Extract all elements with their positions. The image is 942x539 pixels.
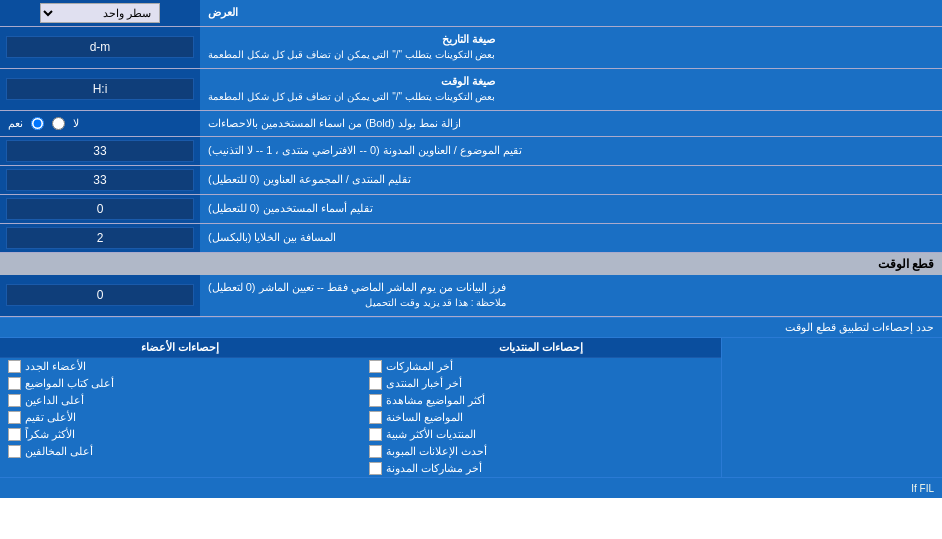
checkbox-icon[interactable] (8, 445, 21, 458)
time-format-label: صيغة الوقت بعض التكوينات يتطلب "/" التي … (200, 69, 942, 110)
stats-item: المواضيع الساخنة (361, 409, 722, 426)
header-label: العرض (200, 0, 942, 26)
users-trim-input-cell (0, 195, 200, 223)
stats-item: المنتديات الأكثر شبية (361, 426, 722, 443)
checkbox-icon[interactable] (369, 411, 382, 424)
checkbox-icon[interactable] (8, 360, 21, 373)
checkbox-icon[interactable] (369, 462, 382, 475)
stats-item: الأكثر شكراً (0, 426, 361, 443)
stats-limit-row: حدد إحصاءات لتطبيق قطع الوقت (0, 317, 942, 337)
topic-sort-label: تقيم الموضوع / العناوين المدونة (0 -- ال… (200, 137, 942, 165)
bold-remove-label: ازالة نمط بولد (Bold) من اسماء المستخدمي… (200, 111, 942, 136)
display-dropdown[interactable]: سطر واحد سطران ثلاثة أسطر (40, 3, 160, 23)
date-format-input-cell (0, 27, 200, 68)
checkbox-icon[interactable] (369, 360, 382, 373)
users-trim-input[interactable] (6, 198, 194, 220)
checkbox-icon[interactable] (369, 428, 382, 441)
stats-item: أعلى كتاب المواضيع (0, 375, 361, 392)
time-format-input[interactable] (6, 78, 194, 100)
header-dropdown-cell: سطر واحد سطران ثلاثة أسطر (0, 0, 200, 26)
bold-remove-no[interactable] (52, 117, 65, 130)
stats-item: الأعلى تقيم (0, 409, 361, 426)
cell-spacing-input[interactable] (6, 227, 194, 249)
if-fil-text: If FIL (911, 483, 934, 494)
stats-item: أخر مشاركات المدونة (361, 460, 722, 477)
users-trim-label: تقليم أسماء المستخدمين (0 للتعطيل) (200, 195, 942, 223)
stats-col1-header: إحصاءات المنتديات (361, 338, 722, 358)
stats-item: أعلى الداعين (0, 392, 361, 409)
bold-remove-yes[interactable] (31, 117, 44, 130)
cell-spacing-label: المسافة بين الخلايا (بالبكسل) (200, 224, 942, 252)
stats-item: أكثر المواضيع مشاهدة (361, 392, 722, 409)
checkbox-icon[interactable] (8, 411, 21, 424)
checkbox-icon[interactable] (369, 377, 382, 390)
checkbox-icon[interactable] (8, 428, 21, 441)
topic-sort-input-cell (0, 137, 200, 165)
forum-sort-label: تقليم المنتدى / المجموعة العناوين (0 للت… (200, 166, 942, 194)
topic-sort-input[interactable] (6, 140, 194, 162)
checkbox-icon[interactable] (369, 445, 382, 458)
checkbox-icon[interactable] (8, 377, 21, 390)
stats-item: أخر المشاركات (361, 358, 722, 375)
date-format-input[interactable] (6, 36, 194, 58)
cell-spacing-input-cell (0, 224, 200, 252)
bold-remove-options: لا نعم (0, 111, 200, 136)
forum-sort-input-cell (0, 166, 200, 194)
time-cut-section-header: قطع الوقت (0, 253, 942, 275)
stats-col2-header: إحصاءات الأعضاء (0, 338, 361, 358)
time-cut-input[interactable] (6, 284, 194, 306)
checkbox-icon[interactable] (8, 394, 21, 407)
time-cut-label: فرز البيانات من يوم الماشر الماضي فقط --… (200, 275, 942, 316)
stats-item: الأعضاء الجدد (0, 358, 361, 375)
stats-item: أحدث الإعلانات المبوبة (361, 443, 722, 460)
forum-sort-input[interactable] (6, 169, 194, 191)
checkbox-icon[interactable] (369, 394, 382, 407)
stats-item: أخر أخبار المنتدى (361, 375, 722, 392)
time-cut-input-cell (0, 275, 200, 316)
stats-right-col (722, 338, 942, 477)
date-format-label: صيغة التاريخ بعض التكوينات يتطلب "/" الت… (200, 27, 942, 68)
stats-item: أعلى المخالفين (0, 443, 361, 460)
time-format-input-cell (0, 69, 200, 110)
